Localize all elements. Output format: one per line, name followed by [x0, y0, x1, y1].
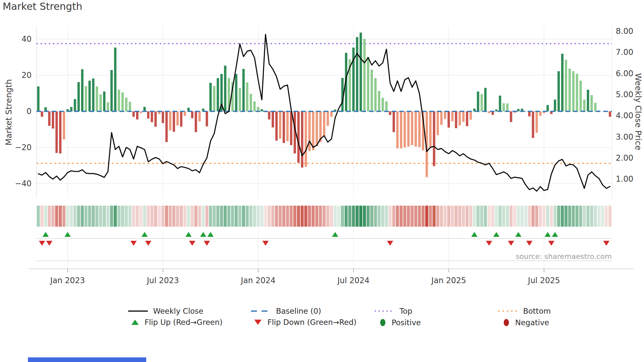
flip-down-marker: [263, 241, 269, 246]
bar: [455, 111, 457, 128]
bar: [539, 111, 541, 116]
heat-cell: [242, 206, 245, 227]
heat-cell: [183, 206, 186, 227]
bar: [312, 111, 314, 150]
bar: [261, 109, 263, 111]
left-axis-title: Market Strength: [4, 79, 13, 146]
bar: [484, 88, 487, 112]
right-tick-label: 4.00: [616, 111, 633, 120]
flip-down-marker: [486, 241, 492, 246]
bar: [477, 92, 479, 112]
heat-cell: [564, 206, 567, 227]
heat-cell: [378, 206, 380, 227]
legend-item-baseline: Baseline (0): [250, 307, 321, 315]
flip-up-marker: [493, 232, 499, 237]
bar: [609, 111, 611, 117]
bar: [143, 107, 146, 111]
heat-cell: [99, 206, 102, 227]
bar: [517, 109, 519, 111]
heat-cell: [392, 206, 395, 227]
heat-cell: [136, 206, 139, 227]
bar: [558, 71, 560, 111]
bar: [528, 111, 530, 116]
heat-cell: [572, 206, 575, 227]
heat-cell: [575, 206, 578, 227]
heat-cell: [257, 206, 260, 227]
heat-cell: [517, 206, 520, 227]
legend-item-positive: Positive: [379, 318, 421, 327]
bar: [136, 111, 138, 120]
bar: [242, 69, 245, 111]
heat-cell: [422, 206, 425, 227]
heat-cell: [458, 206, 461, 227]
heat-cell: [510, 206, 513, 227]
bar: [224, 66, 226, 111]
heat-cell: [553, 206, 556, 227]
bar: [191, 111, 193, 118]
heat-cell: [462, 206, 465, 227]
heat-cell: [52, 206, 55, 227]
bar: [572, 71, 574, 111]
heat-cell: [473, 206, 476, 227]
bar: [132, 111, 135, 117]
legend-item-negative: Negative: [502, 318, 549, 327]
heat-cell: [289, 206, 292, 227]
bar: [433, 111, 435, 166]
bar: [576, 74, 578, 111]
legend-label: Flip Up (Red→Green): [145, 318, 222, 327]
bar: [363, 39, 366, 111]
flip-up-marker: [552, 232, 558, 237]
heat-cell: [568, 206, 571, 227]
left-tick-label: −40: [15, 179, 32, 188]
heat-cell: [62, 206, 65, 227]
heat-cell: [121, 206, 124, 227]
bar: [510, 111, 512, 122]
heat-cell: [323, 206, 326, 227]
bar: [81, 69, 83, 111]
heat-cell: [550, 206, 553, 227]
gridlines: [36, 26, 612, 269]
heat-cell: [326, 206, 329, 227]
heat-cell: [532, 206, 535, 227]
heat-cell: [583, 206, 586, 227]
heat-cell: [264, 206, 267, 227]
heat-cell: [106, 206, 109, 227]
bar: [565, 60, 567, 111]
legend-item-weekly-close: Weekly Close: [127, 307, 203, 315]
heat-cell: [161, 206, 164, 227]
flip-up-marker: [207, 232, 214, 237]
heat-cell: [513, 206, 516, 227]
heat-cell: [374, 206, 377, 227]
heat-cell: [176, 206, 179, 227]
bar: [568, 69, 571, 111]
heat-cell: [165, 206, 168, 227]
heat-cell: [44, 206, 47, 227]
heat-cell: [385, 206, 388, 227]
left-tick-label: 20: [21, 71, 32, 80]
heat-cell: [520, 206, 523, 227]
heat-cell: [315, 206, 318, 227]
flip-down-marker: [508, 241, 514, 246]
legend-item-top: Top: [374, 307, 412, 315]
bar: [580, 81, 582, 112]
heat-cell: [282, 206, 285, 227]
market-strength-figure: Market Strength 40200−20−408.007.006.005…: [0, 0, 644, 362]
bar: [125, 98, 127, 111]
bar: [308, 111, 310, 151]
flip-down-marker: [130, 241, 137, 246]
bar: [180, 111, 182, 127]
bar: [103, 92, 105, 112]
heat-cell: [370, 206, 373, 227]
bar: [502, 103, 505, 111]
heat-cell: [410, 206, 413, 227]
bar: [100, 94, 102, 111]
flip-down-marker: [189, 241, 195, 246]
bar: [213, 86, 215, 111]
bar: [466, 111, 468, 126]
bar: [257, 107, 259, 111]
bottom-dotted-swatch: [497, 309, 518, 313]
bar: [448, 111, 450, 128]
flip-down-marker: [387, 241, 393, 246]
heat-cell: [414, 206, 417, 227]
bar: [305, 111, 307, 167]
